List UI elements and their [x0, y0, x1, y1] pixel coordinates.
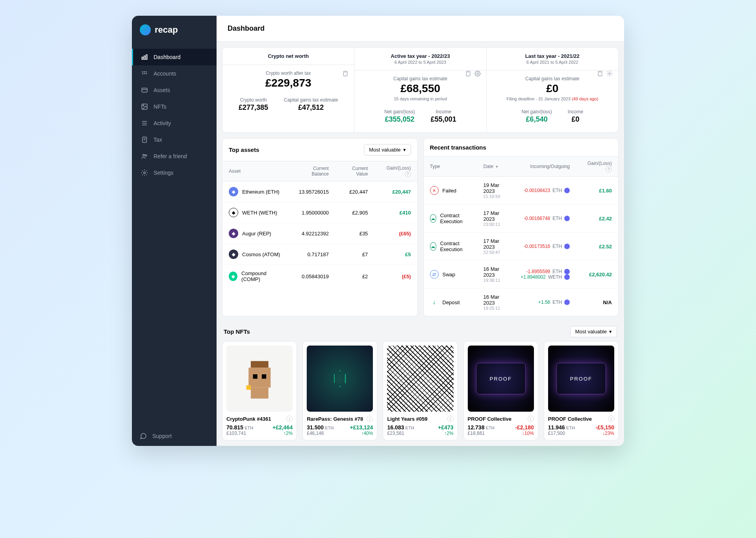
- assets-table: Asset Current Balance Current Value Gain…: [222, 161, 417, 288]
- nft-pct: ↑2%: [438, 431, 453, 436]
- info-icon[interactable]: i: [286, 416, 293, 422]
- tx-date: 17 Mar 2023: [484, 238, 508, 250]
- nft-symbol: ETH: [566, 425, 575, 430]
- tx-row[interactable]: ↓Deposit16 Mar 202319:25:11+1.56 ETH N/A: [424, 288, 619, 316]
- nft-card[interactable]: PROOFPROOF Collectivei12.738 ETH£18,661-…: [463, 341, 538, 440]
- asset-name: Ethereum (ETH): [242, 189, 280, 195]
- nav-icon: [141, 103, 148, 110]
- svg-rect-37: [251, 388, 269, 399]
- tx-date: 17 Mar 2023: [484, 210, 508, 222]
- sidebar-item-dashboard[interactable]: Dashboard: [132, 49, 217, 65]
- tx-row[interactable]: ☁Contract Execution17 Mar 202323:00:11-0…: [424, 205, 619, 233]
- tx-date: 19 Mar 2023: [484, 182, 508, 194]
- last-income-label: Income: [568, 109, 583, 115]
- col-asset[interactable]: Asset: [222, 161, 289, 181]
- nft-gain: +£13,124: [350, 424, 373, 431]
- col-type[interactable]: Type: [424, 157, 477, 177]
- col-io[interactable]: Incoming/Outgoing: [514, 157, 576, 177]
- sidebar-item-settings[interactable]: Settings: [132, 165, 217, 181]
- nav-icon: [141, 120, 148, 127]
- asset-row[interactable]: ◆Augur (REP)4.92212392£35(£65): [222, 223, 417, 244]
- calculator-icon[interactable]: [342, 70, 348, 78]
- sidebar-item-assets[interactable]: Assets: [132, 82, 217, 98]
- svg-point-29: [477, 73, 478, 74]
- svg-point-19: [143, 154, 145, 156]
- col-balance[interactable]: Current Balance: [289, 161, 335, 181]
- top-nfts-title: Top NFTs: [224, 328, 250, 335]
- nav-label: Settings: [154, 170, 174, 176]
- tx-row[interactable]: ☁Contract Execution17 Mar 202322:59:47-0…: [424, 233, 619, 261]
- sidebar-item-activity[interactable]: Activity: [132, 115, 217, 131]
- tx-gain: £2.52: [576, 233, 618, 261]
- sidebar-item-accounts[interactable]: Accounts: [132, 65, 217, 82]
- col-tx-gain[interactable]: Gain/(Loss) ?: [576, 157, 618, 177]
- nft-symbol: ETH: [325, 425, 334, 430]
- nft-name: Light Years #059: [387, 416, 427, 422]
- nav-icon: [141, 54, 148, 61]
- nav-icon: [141, 70, 148, 77]
- sidebar-item-refer-a-friend[interactable]: Refer a friend: [132, 148, 217, 165]
- asset-name: Compound (COMP): [241, 270, 283, 282]
- top-nfts-sort-dropdown[interactable]: Most valuable ▾: [570, 326, 617, 337]
- gear-icon[interactable]: [474, 70, 481, 78]
- col-gain[interactable]: Gain/(Loss) ?: [374, 161, 417, 181]
- svg-point-12: [143, 105, 144, 106]
- calculator-icon[interactable]: [465, 70, 471, 78]
- asset-row[interactable]: ◆Compound (COMP)0.05843019£2(£5): [222, 265, 417, 288]
- io-symbol: ETH: [552, 244, 562, 249]
- days-remaining: 15 days remaining in period: [361, 96, 479, 101]
- top-nfts-header: Top NFTs Most valuable ▾: [222, 322, 619, 341]
- last-netgain-label: Net gain/(loss): [521, 109, 552, 115]
- calculator-icon[interactable]: [597, 70, 603, 78]
- cgt-value: £47,512: [284, 104, 338, 112]
- nft-card[interactable]: PROOFPROOF Collectivei11.946 ETH£17,500-…: [544, 341, 619, 440]
- crypto-worth-label: Crypto worth: [239, 97, 268, 103]
- tx-io: -0.00173516 ETH: [514, 233, 576, 261]
- asset-row[interactable]: ◆Ethereum (ETH)13.95726015£20,447£20,447: [222, 181, 417, 202]
- info-icon[interactable]: i: [447, 416, 454, 422]
- top-assets-panel: Top assets Most valuable ▾ Asset Current…: [222, 138, 418, 316]
- io-symbol: ETH: [552, 300, 562, 305]
- col-value[interactable]: Current Value: [335, 161, 374, 181]
- chevron-down-icon: ▾: [403, 147, 406, 153]
- nft-card[interactable]: CryptoPunk #4361i70.815 ETH£103,741+£2,4…: [222, 341, 297, 440]
- after-tax-label: Crypto worth after tax: [230, 70, 347, 76]
- active-year-range: 6 April 2022 to 5 April 2023: [361, 60, 479, 65]
- asset-row[interactable]: ◆Cosmos (ATOM)0.717187£7£5: [222, 244, 417, 265]
- tx-row[interactable]: ✕Failed19 Mar 202321:10:59-0.00108423 ET…: [424, 177, 619, 205]
- info-icon[interactable]: ?: [405, 171, 411, 177]
- svg-rect-34: [248, 368, 271, 387]
- nft-card[interactable]: RarePass: Genesis #78i31.500 ETH£46,146+…: [302, 341, 377, 440]
- sort-label: Most valuable: [575, 329, 607, 335]
- info-icon[interactable]: i: [528, 416, 534, 422]
- info-icon[interactable]: ?: [606, 166, 612, 172]
- active-netgain-value: £355,052: [384, 115, 415, 124]
- tx-time: 22:59:47: [484, 250, 508, 255]
- tx-type: Contract Execution: [440, 213, 471, 224]
- support-link[interactable]: Support: [132, 426, 217, 446]
- asset-gain: £5: [374, 244, 417, 265]
- token-icon: [564, 300, 570, 305]
- chat-icon: [140, 433, 147, 440]
- gear-icon[interactable]: [606, 70, 613, 78]
- io-amount: -0.00108423: [524, 188, 550, 193]
- coin-icon: ◆: [229, 250, 238, 259]
- io-amount: -0.00173516: [524, 244, 550, 249]
- info-icon[interactable]: i: [367, 416, 373, 422]
- asset-gain: (£5): [374, 265, 417, 288]
- tx-time: 23:00:11: [484, 222, 508, 227]
- sidebar-item-nfts[interactable]: NFTs: [132, 98, 217, 115]
- nft-card[interactable]: Light Years #059i16.083 ETH£23,561+£473↑…: [383, 341, 458, 440]
- info-icon[interactable]: i: [608, 416, 614, 422]
- sidebar-item-tax[interactable]: Tax: [132, 131, 217, 148]
- col-date[interactable]: Date▼: [477, 157, 515, 177]
- top-assets-sort-dropdown[interactable]: Most valuable ▾: [364, 144, 411, 155]
- tx-row[interactable]: ⇄Swap16 Mar 202319:38:11-1.8955599 ETH +…: [424, 261, 619, 288]
- last-year-panel: Last tax year - 2021/22 6 April 2021 to …: [486, 48, 618, 132]
- io-symbol: ETH: [552, 269, 562, 274]
- tx-type: Deposit: [443, 300, 460, 305]
- chevron-down-icon: ▾: [609, 329, 612, 335]
- nft-name: RarePass: Genesis #78: [307, 416, 363, 422]
- nft-grid: CryptoPunk #4361i70.815 ETH£103,741+£2,4…: [222, 341, 619, 440]
- asset-row[interactable]: ◆WETH (WETH)1.95000000£2,905£410: [222, 202, 417, 223]
